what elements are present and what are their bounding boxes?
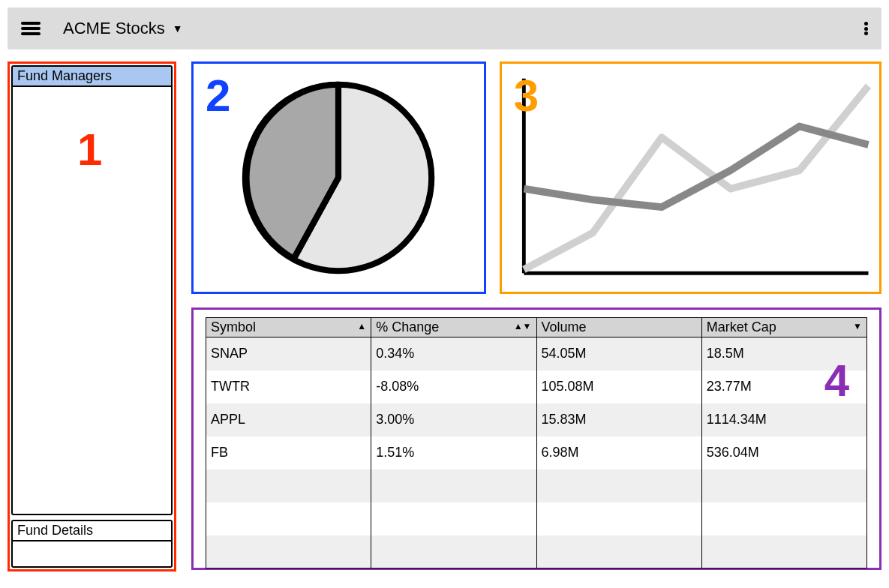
table-row[interactable]: APPL 3.00% 15.83M 1114.34M <box>206 404 867 436</box>
table-row-empty: . <box>206 502 867 536</box>
col-market-cap[interactable]: Market Cap ▼ <box>701 318 866 338</box>
stocks-table: Symbol ▲ % Change ▲▼ Volume Market Cap <box>206 317 867 568</box>
chevron-down-icon: ▼ <box>173 22 183 34</box>
sort-both-icon: ▲▼ <box>514 321 532 332</box>
table-row[interactable]: SNAP 0.34% 54.05M 18.5M <box>206 338 867 370</box>
col-pct-change[interactable]: % Change ▲▼ <box>371 318 536 338</box>
region-number-1: 1 <box>77 124 102 176</box>
sort-asc-icon: ▲ <box>357 321 366 332</box>
sort-desc-icon: ▼ <box>853 321 862 332</box>
table-row[interactable]: FB 1.51% 6.98M 536.04M <box>206 436 867 470</box>
menu-icon[interactable] <box>21 22 41 35</box>
region-number-2: 2 <box>206 70 230 122</box>
col-symbol[interactable]: Symbol ▲ <box>206 318 371 338</box>
region-number-4: 4 <box>824 355 849 406</box>
fund-details-panel[interactable]: Fund Details <box>11 520 173 568</box>
fund-managers-header[interactable]: Fund Managers <box>13 67 171 87</box>
more-icon[interactable] <box>864 22 868 35</box>
sidebar-region: 1 Fund Managers Fund Details <box>8 62 176 572</box>
app-title: ACME Stocks <box>63 19 165 38</box>
pie-chart <box>237 76 440 279</box>
line-chart-region: 3 <box>500 62 881 294</box>
table-row-empty: . <box>206 470 867 502</box>
fund-details-header[interactable]: Fund Details <box>13 521 171 542</box>
app-title-dropdown[interactable]: ACME Stocks ▼ <box>63 19 183 38</box>
col-volume[interactable]: Volume <box>536 318 701 338</box>
region-number-3: 3 <box>514 70 539 122</box>
app-header: ACME Stocks ▼ <box>8 8 881 50</box>
pie-chart-region: 2 <box>191 62 486 294</box>
line-chart <box>509 71 872 284</box>
table-row[interactable]: TWTR -8.08% 105.08M 23.77M <box>206 370 867 404</box>
table-region: 4 Symbol ▲ % Change ▲▼ Volume <box>191 308 881 570</box>
table-row-empty: . <box>206 536 867 568</box>
